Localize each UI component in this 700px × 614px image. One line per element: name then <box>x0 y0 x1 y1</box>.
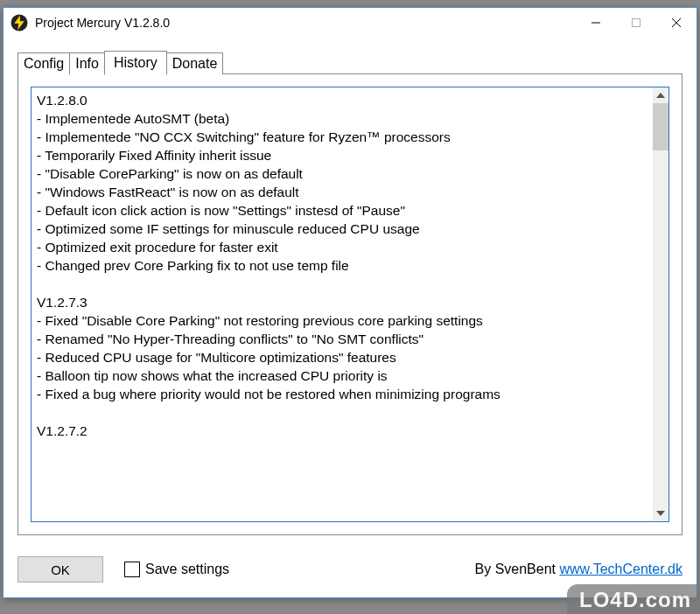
app-icon <box>10 14 28 31</box>
scroll-thumb[interactable] <box>653 103 668 150</box>
history-line: - Reduced CPU usage for "Multicore optim… <box>37 348 646 366</box>
maximize-button[interactable] <box>616 8 656 38</box>
tab-config[interactable]: Config <box>18 52 70 74</box>
history-textbox[interactable]: V1.2.8.0- Implementede AutoSMT (beta)- I… <box>31 87 669 522</box>
save-settings-checkbox[interactable] <box>124 562 140 577</box>
history-version: V1.2.7.3 <box>37 293 646 311</box>
tab-panel-history: V1.2.8.0- Implementede AutoSMT (beta)- I… <box>18 73 682 535</box>
watermark: LO4D.com <box>567 584 700 614</box>
history-version: V1.2.7.2 <box>37 422 646 440</box>
svg-marker-7 <box>656 511 665 516</box>
blank-line <box>37 275 646 293</box>
tab-strip: Config Info History Donate <box>18 50 682 74</box>
history-line: - Temporarily Fixed Affinity inherit iss… <box>37 146 646 164</box>
history-line: - Default icon click action is now "Sett… <box>37 201 646 220</box>
credits-link[interactable]: www.TechCenter.dk <box>559 562 682 576</box>
history-line: - Optimized exit procedure for faster ex… <box>37 238 646 256</box>
window-title: Project Mercury V1.2.8.0 <box>35 16 576 30</box>
history-line: - Fixed a bug where priority would not b… <box>37 385 646 403</box>
save-settings-label: Save settings <box>145 562 229 577</box>
scroll-up-icon[interactable] <box>653 87 668 103</box>
history-line: - Fixed "Disable Core Parking" not resto… <box>37 311 646 330</box>
tab-donate[interactable]: Donate <box>166 52 224 74</box>
tab-info[interactable]: Info <box>69 52 105 74</box>
history-line: - "Disable CoreParking" is now on as def… <box>37 164 646 183</box>
history-content: V1.2.8.0- Implementede AutoSMT (beta)- I… <box>32 87 651 521</box>
blank-line <box>37 403 646 422</box>
history-line: - Balloon tip now shows what the increas… <box>37 366 646 385</box>
history-line: - Implementede AutoSMT (beta) <box>37 109 646 128</box>
scroll-track[interactable] <box>653 103 668 506</box>
ok-button[interactable]: OK <box>18 556 103 583</box>
save-settings-checkbox-wrap: Save settings <box>124 562 229 577</box>
minimize-button[interactable] <box>576 8 616 38</box>
history-version: V1.2.8.0 <box>37 91 646 109</box>
titlebar: Project Mercury V1.2.8.0 <box>4 8 696 38</box>
credits-text: By SvenBent <box>475 562 560 576</box>
tab-history[interactable]: History <box>104 51 167 75</box>
history-line: - Implementede "NO CCX Switching" featur… <box>37 128 646 146</box>
history-line: - Optimized some IF settings for minuscu… <box>37 220 646 238</box>
history-line: - "Windows FastReact" is now on as defau… <box>37 183 646 201</box>
credits: By SvenBent www.TechCenter.dk <box>475 562 682 577</box>
window-controls <box>576 8 696 38</box>
scroll-down-icon[interactable] <box>653 506 668 521</box>
scrollbar[interactable] <box>653 87 668 521</box>
app-window: Project Mercury V1.2.8.0 Config Info His… <box>3 7 697 598</box>
close-button[interactable] <box>656 8 696 38</box>
svg-rect-3 <box>633 19 640 27</box>
history-line: - Changed prev Core Parking fix to not u… <box>37 256 646 275</box>
history-line: - Renamed "No Hyper-Threading conflicts"… <box>37 330 646 348</box>
content-area: Config Info History Donate V1.2.8.0- Imp… <box>4 38 696 546</box>
svg-marker-6 <box>656 93 665 98</box>
